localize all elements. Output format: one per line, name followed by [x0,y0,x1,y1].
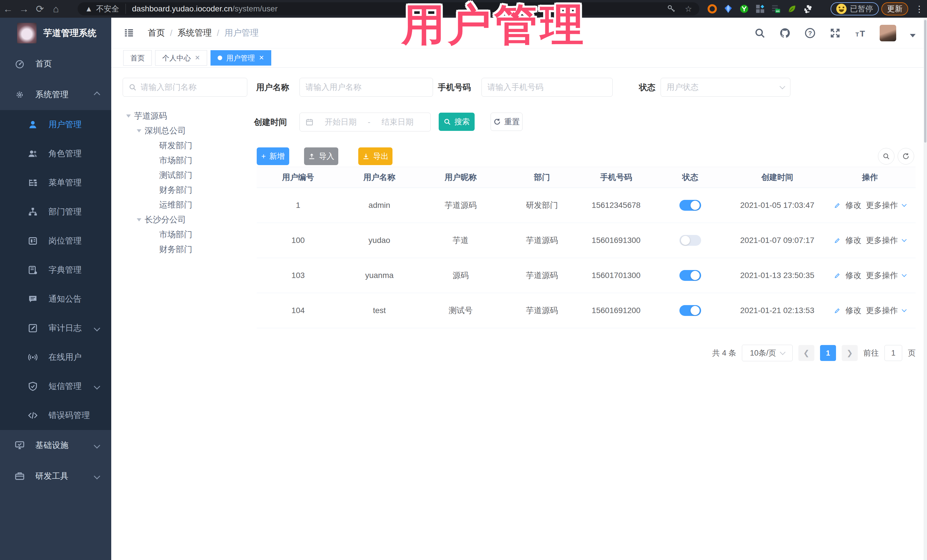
profile-paused-chip[interactable]: 已暂停 [831,2,879,15]
tree-node-dept[interactable]: 市场部门 [159,229,192,240]
sidebar-item-role-mgmt[interactable]: 角色管理 [0,139,111,168]
scrollbar[interactable] [924,18,927,560]
address-bar[interactable]: ▲不安全 dashboard.yudao.iocoder.cn/system/u… [78,2,699,15]
more-actions-link[interactable]: 更多操作 [866,305,898,316]
page-size-select[interactable]: 10条/页 [742,345,793,361]
search-button[interactable]: 搜索 [439,112,475,131]
sidebar-item-system[interactable]: 系统管理 [0,79,111,110]
sidebar-item-menu-mgmt[interactable]: 菜单管理 [0,168,111,197]
sidebar-item-dev-tools[interactable]: 研发工具 [0,461,111,492]
tree-node-company[interactable]: 深圳总公司 [137,125,186,137]
more-actions-link[interactable]: 更多操作 [866,200,898,211]
status-toggle[interactable] [679,270,701,281]
chevron-down-icon[interactable] [902,272,907,277]
fullscreen-icon[interactable] [830,27,841,39]
export-button[interactable]: 导出 [358,147,392,165]
chrome-menu-icon[interactable]: ⋮ [915,0,924,18]
prev-page-button[interactable]: ❮ [798,345,815,361]
security-chip[interactable]: ▲不安全 [85,4,126,14]
edit-link[interactable]: 修改 [845,200,862,211]
tree-node-dept[interactable]: 市场部门 [159,155,192,166]
import-button[interactable]: 导入 [304,147,338,165]
sidebar-item-post-mgmt[interactable]: 岗位管理 [0,226,111,255]
chevron-down-icon[interactable] [902,307,907,312]
tree-node-dept[interactable]: 研发部门 [159,140,192,152]
tab-home[interactable]: 首页 [123,50,152,65]
caret-icon[interactable] [137,129,141,133]
sidebar-item-dict-mgmt[interactable]: 字典管理 [0,255,111,285]
tree-node-dept[interactable]: 财务部门 [159,244,192,255]
status-toggle[interactable] [679,235,701,246]
avatar-caret-icon[interactable] [910,34,916,37]
close-icon[interactable]: ✕ [195,54,200,62]
tree-node-root[interactable]: 芋道源码 [127,110,167,122]
forward-icon[interactable]: → [16,3,32,15]
reset-button[interactable]: 重置 [491,112,523,131]
sidebar-item-online-users[interactable]: 在线用户 [0,343,111,372]
tab-user-mgmt[interactable]: 用户管理✕ [211,50,271,65]
extension-leaf-icon[interactable] [787,4,797,14]
status-toggle[interactable] [679,200,701,211]
edit-link[interactable]: 修改 [845,235,862,246]
tree-node-dept[interactable]: 财务部门 [159,185,192,196]
breadcrumb-system[interactable]: 系统管理 [178,27,212,39]
sidebar-item-sms-mgmt[interactable]: 短信管理 [0,372,111,401]
app-logo[interactable]: 芋道管理系统 [0,18,111,49]
mobile-input[interactable]: 请输入手机号码 [482,78,613,97]
user-avatar[interactable] [880,25,896,41]
bookmark-star-icon[interactable]: ☆ [685,4,692,14]
extension-tabs-on-icon[interactable]: on [771,4,781,14]
caret-icon[interactable] [137,219,141,222]
sidebar-item-error-code[interactable]: 错误码管理 [0,401,111,430]
sidebar-item-audit-log[interactable]: 审计日志 [0,314,111,343]
sidebar-item-infrastructure[interactable]: 基础设施 [0,430,111,461]
status-toggle[interactable] [679,305,701,316]
extension-orange-icon[interactable] [707,4,717,14]
github-icon[interactable] [779,27,791,39]
extension-grid-icon[interactable] [755,4,765,14]
sidebar-item-dept-mgmt[interactable]: 部门管理 [0,197,111,226]
more-actions-link[interactable]: 更多操作 [866,270,898,281]
breadcrumb-home[interactable]: 首页 [148,27,165,39]
profile-emoji-icon [836,4,846,14]
dept-search-input[interactable]: 请输入部门名称 [123,78,247,97]
svg-text:T: T [856,31,859,37]
key-icon[interactable] [667,4,676,14]
sidebar-item-home[interactable]: 首页 [0,49,111,79]
sidebar-item-notice[interactable]: 通知公告 [0,285,111,314]
sidebar-item-user-mgmt[interactable]: 用户管理 [0,110,111,139]
chevron-down-icon[interactable] [902,202,907,207]
chrome-update-button[interactable]: 更新 [881,2,908,15]
help-icon[interactable]: ? [804,27,816,39]
caret-icon[interactable] [126,115,131,118]
goto-page-input[interactable] [884,345,902,361]
username-input[interactable]: 请输入用户名称 [299,78,433,97]
tree-node-company[interactable]: 长沙分公司 [137,214,186,226]
chevron-down-icon[interactable] [902,237,907,242]
font-size-icon[interactable]: TT [854,27,866,39]
date-range-input[interactable]: 开始日期 - 结束日期 [299,112,431,132]
next-page-button[interactable]: ❯ [842,345,858,361]
tree-node-dept[interactable]: 运维部门 [159,199,192,211]
add-button[interactable]: +新增 [257,147,289,165]
tree-node-dept[interactable]: 测试部门 [159,170,192,181]
collapse-sidebar-icon[interactable] [123,28,135,38]
edit-link[interactable]: 修改 [845,270,862,281]
page-1-button[interactable]: 1 [820,345,836,361]
download-icon [362,153,370,160]
back-icon[interactable]: ← [0,3,16,15]
tab-profile[interactable]: 个人中心✕ [155,50,207,65]
table-refresh-button[interactable] [898,148,914,164]
edit-link[interactable]: 修改 [845,305,862,316]
home-icon[interactable]: ⌂ [48,3,64,15]
search-icon[interactable] [754,27,766,39]
close-icon[interactable]: ✕ [259,54,264,62]
table-search-button[interactable] [878,148,895,164]
scrollbar-thumb[interactable] [924,20,926,143]
extension-puzzle-icon[interactable] [803,4,813,14]
extension-gem-icon[interactable] [723,4,733,14]
more-actions-link[interactable]: 更多操作 [866,235,898,246]
reload-icon[interactable]: ⟳ [32,3,48,15]
status-select[interactable]: 用户状态 [661,78,790,97]
extension-green-icon[interactable] [739,4,749,14]
